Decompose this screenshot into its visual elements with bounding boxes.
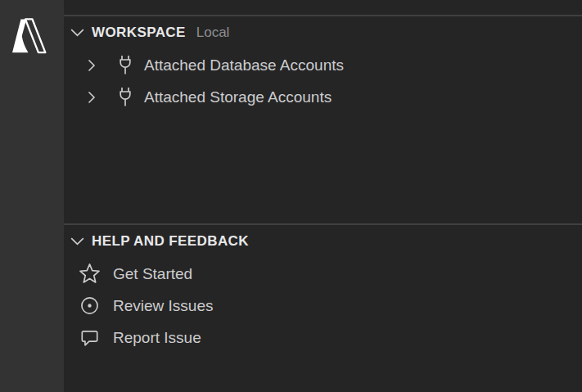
help-item-review-issues[interactable]: Review Issues [64,290,582,322]
workspace-tree: Attached Database Accounts [64,49,582,113]
workspace-pane-title: WORKSPACE [92,25,186,41]
activity-bar [0,0,64,392]
plug-icon [117,54,133,77]
help-item-label: Get Started [113,265,192,283]
help-pane-title: HELP AND FEEDBACK [92,233,249,250]
chevron-right-icon [86,91,97,104]
activity-bar-item-azure[interactable] [11,18,47,54]
vscode-azure-sidebar: WORKSPACE Local [0,0,582,392]
help-item-label: Review Issues [113,297,214,315]
chevron-down-icon [70,237,84,246]
help-pane-header[interactable]: HELP AND FEEDBACK [64,225,582,258]
workspace-pane-header[interactable]: WORKSPACE Local [64,16,582,49]
plug-icon [117,86,133,109]
comment-icon [78,327,101,349]
tree-item-label: Attached Storage Accounts [144,88,332,106]
help-list: Get Started Review Issues [64,258,582,354]
issues-circle-icon [78,295,101,318]
help-item-report-issue[interactable]: Report Issue [64,322,582,354]
help-item-get-started[interactable]: Get Started [64,258,582,290]
help-and-feedback-pane: HELP AND FEEDBACK Get Started [64,223,582,354]
tree-item-label: Attached Database Accounts [144,56,344,74]
workspace-pane-description: Local [196,25,230,41]
chevron-right-icon [86,59,97,72]
azure-logo-icon [11,18,47,54]
star-icon [78,263,101,286]
workspace-pane: WORKSPACE Local [64,15,582,113]
chevron-down-icon [70,29,84,37]
sidebar: WORKSPACE Local [64,0,582,392]
tree-item-attached-database-accounts[interactable]: Attached Database Accounts [64,49,582,81]
help-item-label: Report Issue [113,329,201,347]
tree-item-attached-storage-accounts[interactable]: Attached Storage Accounts [64,81,582,113]
